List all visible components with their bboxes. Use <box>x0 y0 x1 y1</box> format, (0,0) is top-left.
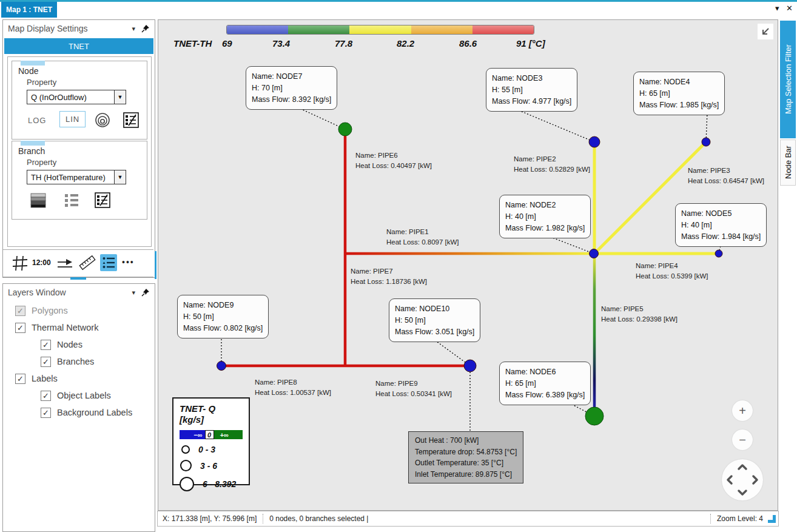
window-top-accent <box>0 0 797 2</box>
log-scale-button[interactable]: LOG <box>28 116 46 125</box>
node2[interactable] <box>590 249 599 258</box>
labels-label: Labels <box>32 374 58 383</box>
node-legend-edit-icon[interactable] <box>123 112 139 128</box>
node9[interactable] <box>217 362 226 371</box>
layers-window-panel: Layers Window ▾ ✓ Polygons ✓ Thermal Net… <box>2 283 155 532</box>
node2-name: Name: NODE2 <box>505 201 556 209</box>
pipe7-label: Name: PIPE7Heat Loss: 1.18736 [kW] <box>351 266 427 286</box>
pin-icon[interactable] <box>141 24 150 33</box>
status-separator <box>710 514 711 524</box>
object-labels-checkbox[interactable]: ✓ <box>41 391 51 401</box>
node3[interactable] <box>589 136 600 147</box>
branch-gradient-icon[interactable] <box>30 192 46 208</box>
select-arrow-icon: ▼ <box>114 90 126 104</box>
node10-h: H: 50 [m] <box>395 316 426 325</box>
q-size-large-label: 6 - 8.392 <box>203 479 236 489</box>
branch-legend-edit-icon[interactable] <box>95 192 110 208</box>
layer-row-background-labels: ✓ Background Labels <box>41 406 132 419</box>
node4-massflow: Mass Flow: 1.985 [kg/s] <box>639 101 719 109</box>
node2-label-box[interactable]: Name: NODE2 H: 40 [m] Mass Flow: 1.982 [… <box>499 195 591 238</box>
panel-splitter-handle[interactable] <box>70 277 86 280</box>
out-heat-line: Out Heat : 700 [kW] <box>415 436 479 445</box>
node4[interactable] <box>702 138 710 146</box>
node6-massflow: Mass Flow: 6.389 [kg/s] <box>505 391 585 399</box>
node3-massflow: Mass Flow: 4.977 [kg/s] <box>492 97 571 106</box>
time-label-button[interactable]: 12:00 <box>32 258 51 267</box>
background-labels-checkbox[interactable]: ✓ <box>41 408 51 418</box>
node-settings-group: Node Property Q (InOrOutflow) ▼ LOG LIN <box>12 61 147 140</box>
grid-icon[interactable] <box>12 255 29 272</box>
q-size-medium-icon <box>180 460 192 471</box>
node5-label-box[interactable]: Name: NODE5 H: 40 [m] Mass Flow: 1.984 [… <box>675 203 767 247</box>
sidebar-resize-handle[interactable] <box>155 251 156 279</box>
node-property-label: Property <box>27 78 56 87</box>
labels-list-icon[interactable] <box>100 254 117 271</box>
labels-checkbox[interactable]: ✓ <box>15 374 25 384</box>
node5-h: H: 40 [m] <box>681 221 712 229</box>
node4-label-box[interactable]: Name: NODE4 H: 65 [m] Mass Flow: 1.985 [… <box>633 72 725 115</box>
thermal-network-checkbox[interactable]: ✓ <box>15 323 25 333</box>
polygons-checkbox[interactable]: ✓ <box>15 306 25 316</box>
node10-massflow: Mass Flow: 3.051 [kg/s] <box>395 328 474 336</box>
inlet-temperature-line: Inlet Temperature: 89.875 [°C] <box>415 470 512 479</box>
tab-map-selection-filter[interactable]: Map Selection Filter <box>780 21 796 138</box>
node6[interactable] <box>585 407 604 425</box>
tnet-button[interactable]: TNET <box>4 38 153 54</box>
node7-h: H: 70 [m] <box>252 84 283 92</box>
q-size-medium-label: 3 - 6 <box>200 461 217 471</box>
node6-label-box[interactable]: Name: NODE6 H: 65 [m] Mass Flow: 6.389 [… <box>499 362 591 405</box>
node9-label-box[interactable]: Name: NODE9 H: 50 [m] Mass Flow: 0.802 [… <box>177 295 269 338</box>
map-canvas[interactable]: TNET-TH 69 73.4 77.8 82.2 86.6 91 [°C] <box>158 19 778 511</box>
toolbar-more-button[interactable]: ••• <box>122 257 135 267</box>
node7[interactable] <box>338 123 352 136</box>
pipe1-label: Name: PIPE1Heat Loss: 0.8097 [kW] <box>386 227 459 247</box>
node-size-rings-icon[interactable] <box>94 112 111 128</box>
node10[interactable] <box>464 360 476 372</box>
selection-status: 0 nodes, 0 branches selected | <box>269 514 368 523</box>
ruler-icon[interactable] <box>78 254 96 272</box>
node7-massflow: Mass Flow: 8.392 [kg/s] <box>252 95 331 104</box>
polygons-label: Polygons <box>32 306 68 315</box>
nodes-label: Nodes <box>57 340 82 349</box>
resize-grip-icon[interactable] <box>768 515 776 523</box>
q-size-large-icon <box>180 477 194 491</box>
flow-direction-icon[interactable] <box>56 255 75 272</box>
node-property-select[interactable]: Q (InOrOutflow) ▼ <box>27 90 126 104</box>
status-bar: X: 171.338 [m], Y: 75.996 [m] 0 nodes, 0… <box>157 511 779 527</box>
window-menu-caret-icon[interactable]: ▾ <box>775 4 779 13</box>
node3-label-box[interactable]: Name: NODE3 H: 55 [m] Mass Flow: 4.977 [… <box>486 68 577 112</box>
zoom-out-button[interactable]: − <box>732 429 753 450</box>
tab-node-bar[interactable]: Node Bar <box>780 140 796 186</box>
pipe8-label: Name: PIPE8Heat Loss: 1.00537 [kW] <box>255 377 331 397</box>
map-tab[interactable]: Map 1 : TNET <box>1 2 57 18</box>
node9-h: H: 50 [m] <box>183 312 214 321</box>
lin-scale-button[interactable]: LIN <box>59 111 86 127</box>
zoom-in-button[interactable]: + <box>732 400 753 421</box>
pan-up-icon <box>739 465 746 469</box>
window-close-icon[interactable]: ✕ <box>786 4 793 13</box>
node9-massflow: Mass Flow: 0.802 [kg/s] <box>183 324 263 332</box>
pan-down-icon <box>739 491 746 494</box>
node4-h: H: 65 [m] <box>639 89 670 98</box>
q-legend-unit: [kg/s] <box>180 414 243 425</box>
out-heat-info-box[interactable]: Out Heat : 700 [kW] Temperature drop: 54… <box>408 431 523 483</box>
q-positive-segment: +∞ <box>214 430 243 439</box>
q-legend-colorbar: −∞ 0 +∞ <box>180 430 243 439</box>
node5[interactable] <box>715 250 722 257</box>
node10-label-box[interactable]: Name: NODE10 H: 50 [m] Mass Flow: 3.051 … <box>389 298 480 342</box>
panel-collapse-caret-icon[interactable]: ▾ <box>132 25 135 33</box>
branch-property-select[interactable]: TH (HotTemperature) ▼ <box>27 170 126 184</box>
branch-group-label: Branch <box>18 146 45 156</box>
branch-settings-group: Branch Property TH (HotTemperature) ▼ <box>12 141 147 220</box>
nodes-checkbox[interactable]: ✓ <box>41 340 51 350</box>
layer-row-nodes: ✓ Nodes <box>41 338 82 351</box>
node7-label-box[interactable]: Name: NODE7 H: 70 [m] Mass Flow: 8.392 [… <box>246 66 337 110</box>
pin-icon[interactable] <box>141 288 150 297</box>
branch-list-icon[interactable] <box>64 192 79 208</box>
pan-left-icon <box>728 476 731 483</box>
pan-control[interactable] <box>722 459 763 500</box>
leader-node10 <box>432 338 470 366</box>
panel-collapse-caret-icon[interactable]: ▾ <box>132 289 135 297</box>
branch-group-accent <box>21 141 45 146</box>
branches-checkbox[interactable]: ✓ <box>41 357 51 367</box>
